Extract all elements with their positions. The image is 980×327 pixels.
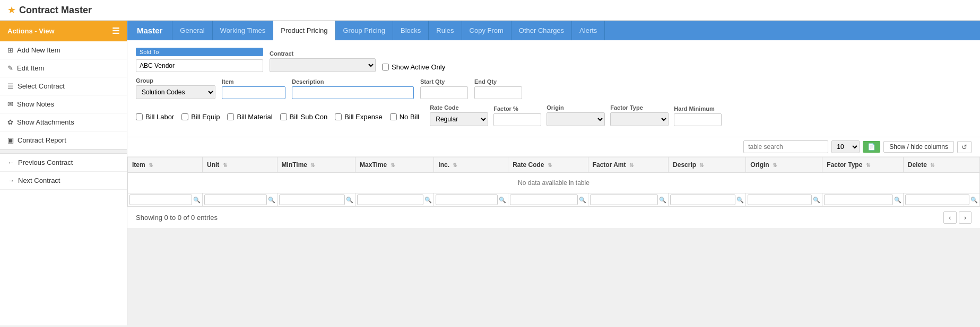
checkbox-row: Bill Labor Bill Equip Bill Material Bill… [136, 113, 419, 121]
rate-code-label: Rate Code [430, 104, 488, 111]
bill-equip-checkbox[interactable] [181, 113, 188, 120]
bill-expense-checkbox[interactable] [335, 113, 342, 120]
col-search-descrip[interactable] [670, 195, 735, 205]
show-active-only-label: Show Active Only [392, 63, 445, 71]
sold-to-label: Sold To [136, 48, 263, 56]
sidebar-item-contract-report[interactable]: ▣ Contract Report [0, 131, 127, 149]
col-search-maxtime[interactable] [357, 195, 423, 205]
prev-page-button[interactable]: ‹ [943, 211, 956, 224]
sort-icon-factor-type: ⇅ [866, 162, 870, 168]
sidebar-item-previous-contract[interactable]: ← Previous Contract [0, 154, 127, 172]
sidebar-item-edit-item[interactable]: ✎ Edit Item [0, 59, 127, 77]
contract-select[interactable] [270, 58, 376, 72]
page-size-select[interactable]: 10 25 50 100 [831, 140, 860, 153]
sidebar-item-show-attachments[interactable]: ✿ Show Attachments [0, 113, 127, 131]
factor-pct-label: Factor % [493, 105, 541, 112]
report-icon: ▣ [7, 136, 14, 144]
item-input[interactable] [222, 86, 285, 99]
col-search-origin[interactable] [748, 195, 812, 205]
tab-other-charges[interactable]: Other Charges [511, 21, 572, 40]
sidebar-item-next-contract[interactable]: → Next Contract [0, 172, 127, 190]
col-header-origin[interactable]: Origin ⇅ [746, 157, 822, 173]
form-group-factor-pct: Factor % [493, 105, 541, 126]
no-bill-checkbox[interactable] [390, 113, 397, 120]
show-hide-columns-button[interactable]: Show / hide columns [883, 141, 954, 153]
sidebar-label-add-new-item: Add New Item [17, 46, 60, 54]
sidebar-item-add-new-item[interactable]: ⊞ Add New Item [0, 41, 127, 59]
no-bill-group: No Bill [390, 113, 420, 121]
col-header-factor-amt[interactable]: Factor Amt ⇅ [588, 157, 668, 173]
form-group-factor-type: Factor Type [610, 104, 669, 126]
tab-group-pricing[interactable]: Group Pricing [336, 21, 393, 40]
tab-copy-from[interactable]: Copy From [462, 21, 511, 40]
show-active-only-checkbox[interactable] [382, 64, 389, 70]
tab-alerts[interactable]: Alerts [572, 21, 605, 40]
description-input[interactable] [292, 86, 414, 99]
col-header-descrip[interactable]: Descrip ⇅ [669, 157, 746, 173]
col-search-rate-code[interactable] [510, 195, 577, 205]
tab-blocks[interactable]: Blocks [393, 21, 429, 40]
search-icon-factor-amt: 🔍 [659, 197, 666, 204]
bill-material-checkbox[interactable] [227, 113, 234, 120]
col-header-factor-type[interactable]: Factor Type ⇅ [822, 157, 904, 173]
filter-cell-descrip: 🔍 [669, 193, 746, 207]
refresh-button[interactable]: ↺ [957, 141, 972, 153]
col-header-rate-code[interactable]: Rate Code ⇅ [508, 157, 588, 173]
end-qty-input[interactable] [474, 86, 522, 99]
app-title: Contract Master [19, 5, 92, 16]
tab-rules[interactable]: Rules [429, 21, 462, 40]
col-header-inc[interactable]: Inc. ⇅ [434, 157, 508, 173]
col-search-factor-type[interactable] [824, 195, 893, 205]
col-search-delete[interactable] [905, 195, 969, 205]
end-qty-label: End Qty [474, 78, 522, 85]
description-label: Description [292, 78, 414, 85]
sort-icon-maxtime: ⇅ [391, 162, 395, 168]
select-icon: ☰ [7, 82, 14, 90]
sidebar-item-show-notes[interactable]: ✉ Show Notes [0, 95, 127, 113]
tab-working-times[interactable]: Working Times [213, 21, 274, 40]
col-search-mintime[interactable] [279, 195, 345, 205]
col-search-inc[interactable] [436, 195, 498, 205]
sidebar-label-previous-contract: Previous Contract [18, 158, 73, 166]
next-page-button[interactable]: › [959, 211, 972, 224]
col-header-maxtime[interactable]: MaxTime ⇅ [355, 157, 434, 173]
form-group-description: Description [292, 78, 414, 99]
col-search-factor-amt[interactable] [590, 195, 658, 205]
next-icon: → [7, 176, 14, 184]
sidebar-hamburger-icon[interactable]: ☰ [112, 26, 119, 36]
main-layout: Actions - View ☰ ⊞ Add New Item ✎ Edit I… [0, 21, 980, 325]
factor-type-select[interactable] [610, 112, 669, 126]
start-qty-input[interactable] [420, 86, 468, 99]
bill-equip-label: Bill Equip [191, 113, 220, 121]
search-icon-descrip: 🔍 [736, 197, 744, 204]
col-search-unit[interactable] [204, 195, 267, 205]
filter-cell-origin: 🔍 [746, 193, 822, 207]
bill-sub-con-label: Bill Sub Con [290, 113, 328, 121]
sidebar-item-select-contract[interactable]: ☰ Select Contract [0, 77, 127, 95]
sidebar-label-show-attachments: Show Attachments [17, 118, 74, 126]
hard-minimum-input[interactable] [674, 113, 722, 126]
form-row-group: Group Solution Codes Item Description St… [136, 77, 972, 99]
tab-product-pricing[interactable]: Product Pricing [273, 21, 335, 40]
sort-icon-factor-amt: ⇅ [629, 162, 634, 168]
start-qty-label: Start Qty [420, 78, 468, 85]
col-header-delete[interactable]: Delete ⇅ [903, 157, 979, 173]
no-data-row: No data available in table [128, 173, 980, 193]
group-select[interactable]: Solution Codes [136, 85, 215, 99]
bill-sub-con-checkbox[interactable] [280, 113, 287, 120]
col-header-unit[interactable]: Unit ⇅ [202, 157, 277, 173]
star-icon: ★ [7, 4, 16, 16]
col-header-item[interactable]: Item ⇅ [128, 157, 203, 173]
col-search-item[interactable] [129, 195, 192, 205]
table-search-input[interactable] [743, 140, 828, 153]
item-label: Item [222, 78, 285, 85]
tab-general[interactable]: General [172, 21, 212, 40]
col-header-mintime[interactable]: MinTime ⇅ [277, 157, 355, 173]
origin-select[interactable] [547, 112, 605, 126]
bill-labor-checkbox[interactable] [136, 113, 143, 120]
sold-to-input[interactable] [136, 59, 263, 72]
rate-code-select[interactable]: Regular [430, 112, 488, 126]
factor-pct-input[interactable] [493, 113, 541, 126]
export-button[interactable]: 📄 [863, 141, 880, 153]
search-icon-factor-type: 🔍 [894, 197, 901, 204]
